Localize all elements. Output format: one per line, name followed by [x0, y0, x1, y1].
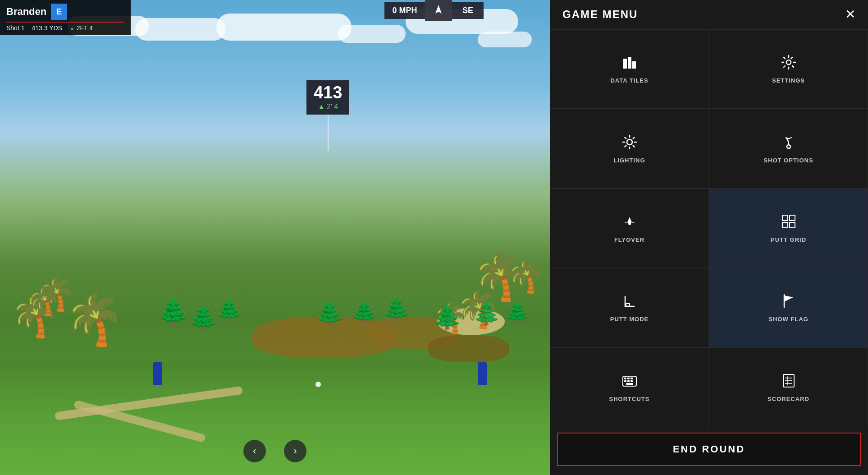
svg-rect-29 — [630, 380, 633, 382]
show-flag-label: SHOW FLAG — [768, 316, 808, 323]
elevation-value: 2FT 4 — [77, 24, 93, 32]
wind-speed: 0 MPH — [384, 2, 425, 19]
shortcuts-icon — [621, 373, 638, 391]
game-menu-title: GAME MENU — [562, 8, 638, 21]
svg-rect-21 — [626, 304, 630, 306]
menu-item-lighting[interactable]: LIGHTING — [550, 109, 709, 188]
golf-course-scene: 🌴 🌴 🌴 🌴 🌴 🌴 🌴 🌴 🌲 🌲 🌲 🌲 🌲 🌲 🌲 🌲 🌲 — [0, 0, 550, 475]
putt-grid-icon — [781, 213, 797, 232]
elevation-stat: ▲ 2FT 4 — [69, 24, 93, 32]
shortcuts-label: SHORTCUTS — [609, 396, 650, 402]
navigation-arrows: ‹ › — [0, 440, 550, 462]
svg-line-11 — [633, 145, 634, 147]
end-round-button[interactable]: END ROUND — [557, 433, 861, 466]
svg-rect-25 — [627, 378, 630, 379]
distance-sub: ▲ 2' 4 — [314, 103, 342, 111]
distance-marker: 413 ▲ 2' 4 — [306, 80, 349, 151]
svg-point-4 — [786, 60, 791, 65]
svg-rect-30 — [626, 383, 633, 385]
menu-item-shot-options[interactable]: SHOT OPTIONS — [709, 109, 868, 188]
putt-grid-label: PUTT GRID — [771, 236, 806, 243]
golf-ball — [315, 382, 321, 387]
close-menu-button[interactable]: ✕ — [845, 8, 855, 21]
menu-item-putt-mode[interactable]: PUTT MODE — [550, 268, 709, 347]
svg-rect-3 — [632, 61, 636, 69]
player-name: Branden — [6, 6, 46, 18]
svg-rect-1 — [623, 59, 627, 69]
menu-item-shortcuts[interactable]: SHORTCUTS — [550, 348, 709, 427]
data-tiles-icon — [621, 54, 638, 73]
distance-sub-value: 2' 4 — [327, 103, 338, 111]
game-menu-header: GAME MENU ✕ — [550, 0, 868, 29]
marker-line — [328, 115, 329, 151]
menu-item-data-tiles[interactable]: DATA TILES — [550, 29, 709, 109]
wind-arrow-box — [425, 0, 452, 21]
wind-direction: SE — [452, 2, 484, 19]
show-flag-icon — [781, 293, 797, 311]
prev-button[interactable]: ‹ — [243, 440, 266, 462]
menu-item-show-flag[interactable]: SHOW FLAG — [709, 268, 868, 347]
svg-rect-15 — [782, 215, 788, 221]
svg-rect-26 — [630, 378, 633, 379]
putt-mode-label: PUTT MODE — [610, 316, 649, 323]
svg-rect-17 — [782, 222, 788, 228]
svg-line-13 — [625, 145, 626, 147]
tee-marker-left — [153, 362, 162, 385]
tee-marker-right — [478, 362, 487, 385]
elevation-arrow: ▲ — [69, 25, 75, 32]
distance-triangle-icon: ▲ — [318, 103, 325, 111]
lighting-icon — [621, 134, 638, 152]
wind-direction-arrow-icon — [432, 4, 445, 17]
svg-rect-27 — [624, 380, 626, 382]
scorecard-label: SCORECARD — [767, 396, 809, 402]
distance-yards: 413.3 YDS — [32, 24, 62, 32]
flyover-icon — [621, 213, 638, 232]
game-menu-panel: GAME MENU ✕ DATA TILES SETTINGS — [550, 0, 868, 475]
svg-marker-0 — [435, 5, 442, 14]
settings-label: SETTINGS — [772, 77, 805, 84]
shot-label: Shot 1 — [6, 24, 24, 32]
menu-item-putt-grid[interactable]: PUTT GRID — [709, 189, 868, 268]
svg-line-12 — [633, 137, 634, 138]
svg-rect-28 — [627, 380, 630, 382]
lighting-label: LIGHTING — [613, 157, 645, 164]
putt-mode-icon — [621, 293, 638, 311]
svg-point-5 — [627, 139, 632, 145]
svg-rect-2 — [628, 57, 631, 69]
data-tiles-label: DATA TILES — [610, 77, 648, 84]
menu-item-flyover[interactable]: FLYOVER — [550, 189, 709, 268]
flyover-label: FLYOVER — [614, 236, 644, 243]
shot-options-icon — [781, 134, 797, 152]
menu-grid: DATA TILES SETTINGS — [550, 29, 868, 427]
wind-indicator: 0 MPH SE — [384, 0, 484, 21]
scorecard-icon — [781, 373, 797, 391]
svg-rect-16 — [790, 215, 795, 221]
svg-rect-18 — [790, 222, 795, 228]
shot-options-label: SHOT OPTIONS — [763, 157, 813, 164]
settings-icon — [781, 54, 797, 73]
distance-number: 413 — [314, 84, 342, 101]
player-hud: Branden E Shot 1 413.3 YDS ▲ 2FT 4 — [0, 0, 131, 35]
menu-item-scorecard[interactable]: SCORECARD — [709, 348, 868, 427]
svg-rect-24 — [624, 378, 626, 379]
svg-line-10 — [625, 137, 626, 138]
next-button[interactable]: › — [284, 440, 306, 462]
player-badge: E — [51, 4, 67, 20]
menu-item-settings[interactable]: SETTINGS — [709, 29, 868, 109]
